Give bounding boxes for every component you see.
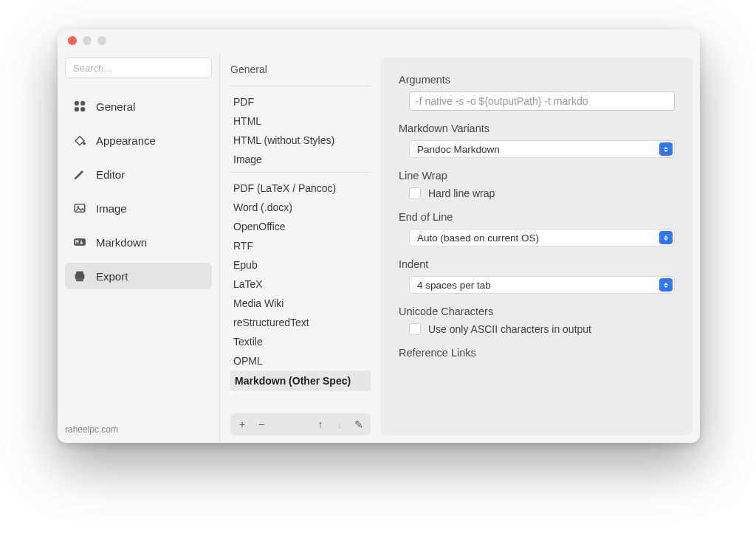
grid-icon	[72, 99, 87, 114]
hard-line-wrap-checkbox[interactable]	[409, 187, 421, 199]
search-input[interactable]	[65, 58, 212, 78]
content-area: General Appearance Editor	[58, 52, 700, 443]
format-list-toolbar: + − ↑ ↓ ✎	[230, 413, 371, 435]
edit-icon[interactable]: ✎	[353, 418, 365, 430]
format-item[interactable]: Epub	[230, 255, 371, 275]
divider	[230, 86, 371, 86]
format-item[interactable]: Image	[230, 150, 371, 169]
checkbox-label: Use only ASCII characters in output	[428, 323, 591, 335]
sidebar-item-general[interactable]: General	[65, 93, 212, 120]
ascii-only-checkbox[interactable]	[409, 323, 421, 335]
svg-rect-2	[75, 108, 78, 111]
format-item[interactable]: HTML	[230, 111, 371, 131]
format-list: PDF HTML HTML (without Styles) Image PDF…	[230, 92, 371, 409]
variants-label: Markdown Variants	[399, 123, 675, 134]
close-icon[interactable]	[68, 36, 77, 45]
zoom-icon	[97, 36, 106, 45]
format-item[interactable]: RTF	[230, 236, 371, 255]
sidebar-nav: General Appearance Editor	[65, 93, 212, 295]
linewrap-label: Line Wrap	[399, 170, 675, 182]
sidebar-item-label: Image	[96, 202, 127, 215]
svg-rect-1	[81, 101, 85, 105]
svg-rect-3	[81, 108, 85, 111]
eol-label: End of Line	[399, 211, 675, 223]
add-icon[interactable]: +	[236, 418, 248, 430]
arguments-label: Arguments	[399, 74, 675, 86]
select-value: Pandoc Markdown	[417, 144, 500, 155]
export-detail-panel: Arguments -f native -s -o ${outputPath} …	[381, 58, 693, 435]
sidebar-item-label: Markdown	[96, 236, 147, 249]
move-up-icon[interactable]: ↑	[315, 418, 326, 430]
eol-select[interactable]: Auto (based on current OS)	[409, 229, 675, 246]
watermark: raheelpc.com	[65, 424, 118, 435]
sidebar-item-editor[interactable]: Editor	[65, 161, 212, 187]
chevron-updown-icon	[659, 142, 673, 156]
format-item[interactable]: OpenOffice	[230, 217, 371, 236]
remove-icon[interactable]: −	[255, 418, 267, 430]
sidebar-item-label: Appearance	[96, 134, 156, 147]
printer-icon	[72, 269, 87, 283]
format-item[interactable]: Media Wiki	[230, 294, 371, 313]
variants-select[interactable]: Pandoc Markdown	[409, 140, 675, 158]
format-item-selected[interactable]: Markdown (Other Spec)	[230, 370, 371, 391]
export-format-list: General PDF HTML HTML (without Styles) I…	[220, 52, 381, 443]
sidebar-item-appearance[interactable]: Appearance	[65, 127, 212, 154]
titlebar	[58, 30, 700, 52]
format-item[interactable]: Word (.docx)	[230, 198, 371, 217]
chevron-updown-icon	[659, 278, 673, 292]
divider	[230, 172, 371, 173]
checkbox-label: Hard line wrap	[428, 187, 495, 199]
sidebar-item-label: Export	[96, 270, 128, 283]
format-item[interactable]: reStructuredText	[230, 313, 371, 332]
select-value: 4 spaces per tab	[417, 280, 491, 291]
sidebar-item-export[interactable]: Export	[65, 263, 212, 289]
format-item[interactable]: HTML (without Styles)	[230, 131, 371, 150]
svg-rect-0	[75, 101, 78, 105]
format-item[interactable]: PDF (LaTeX / Pancoc)	[230, 179, 371, 198]
sidebar: General Appearance Editor	[58, 52, 220, 443]
indent-select[interactable]: 4 spaces per tab	[409, 276, 675, 294]
sidebar-item-image[interactable]: Image	[65, 195, 212, 221]
minimize-icon	[83, 36, 92, 45]
sidebar-item-markdown[interactable]: Markdown	[65, 229, 212, 255]
list-heading: General	[230, 63, 371, 75]
indent-label: Indent	[399, 258, 675, 270]
format-item[interactable]: OPML	[230, 351, 371, 370]
format-item[interactable]: LaTeX	[230, 275, 371, 294]
chevron-updown-icon	[659, 231, 673, 244]
svg-point-4	[83, 142, 86, 145]
sidebar-item-label: Editor	[96, 168, 125, 181]
pencil-icon	[72, 167, 87, 182]
preferences-window: General Appearance Editor	[58, 30, 700, 443]
sidebar-item-label: General	[96, 100, 135, 113]
unicode-label: Unicode Characters	[399, 306, 675, 317]
reflinks-label: Reference Links	[399, 347, 675, 359]
arguments-placeholder: -f native -s -o ${outputPath} -t markdo	[416, 95, 588, 107]
arguments-input[interactable]: -f native -s -o ${outputPath} -t markdo	[409, 92, 675, 111]
paint-bucket-icon	[72, 133, 87, 148]
format-item[interactable]: PDF	[230, 92, 371, 111]
move-down-icon: ↓	[334, 418, 346, 430]
image-icon	[72, 201, 87, 215]
select-value: Auto (based on current OS)	[417, 232, 539, 244]
markdown-icon	[72, 235, 87, 249]
format-item[interactable]: Textile	[230, 332, 371, 351]
